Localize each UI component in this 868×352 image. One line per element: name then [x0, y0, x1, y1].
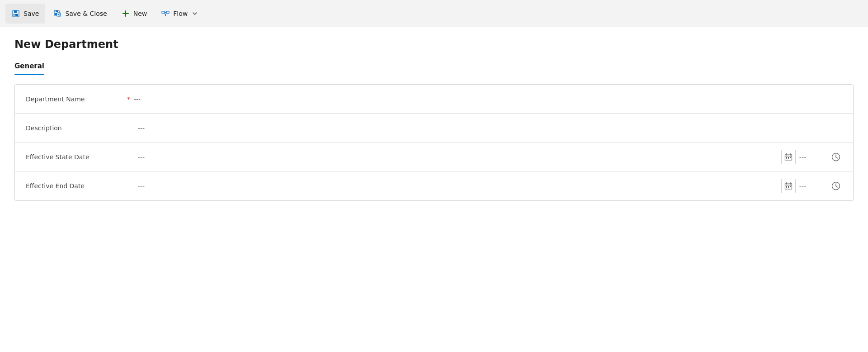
save-close-label: Save & Close [65, 10, 107, 17]
effective-start-date-picker: --- [781, 150, 806, 164]
svg-rect-21 [786, 157, 787, 158]
svg-rect-33 [786, 186, 787, 187]
form-section: Department Name * --- Description --- Ef… [14, 84, 854, 201]
svg-rect-34 [788, 186, 789, 187]
effective-end-date-group: --- [138, 179, 842, 193]
svg-rect-36 [786, 187, 787, 188]
svg-rect-12 [162, 11, 165, 14]
field-row-effective-start-date: Effective State Date --- [15, 143, 853, 171]
effective-end-date-picker: --- [781, 179, 806, 193]
svg-rect-24 [786, 158, 787, 159]
department-name-value[interactable]: --- [134, 95, 842, 103]
save-label: Save [24, 10, 39, 17]
flow-label: Flow [173, 10, 188, 17]
svg-rect-1 [14, 10, 17, 13]
effective-end-calendar-icon[interactable] [781, 179, 796, 193]
save-button[interactable]: Save [5, 4, 45, 24]
tab-container: General [14, 62, 854, 75]
effective-start-date-group: --- [138, 150, 842, 164]
effective-start-calendar-icon[interactable] [781, 150, 796, 164]
svg-line-28 [836, 157, 838, 158]
tab-general[interactable]: General [14, 62, 44, 75]
effective-start-time-value[interactable]: --- [799, 153, 806, 161]
flow-button[interactable]: Flow [155, 4, 204, 24]
effective-end-date-value[interactable]: --- [138, 182, 145, 190]
svg-rect-25 [788, 158, 789, 159]
main-content: New Department General Department Name *… [0, 27, 868, 212]
svg-rect-37 [788, 187, 789, 188]
plus-icon [122, 10, 130, 18]
svg-rect-13 [166, 11, 169, 14]
svg-rect-2 [14, 14, 18, 16]
new-button[interactable]: New [115, 4, 154, 24]
description-label: Description [26, 124, 125, 132]
effective-start-date-value[interactable]: --- [138, 153, 145, 161]
effective-end-time-value[interactable]: --- [799, 182, 806, 190]
svg-marker-16 [165, 14, 166, 16]
flow-chevron-icon [192, 11, 198, 16]
save-close-button[interactable]: Save & Close [47, 4, 113, 24]
field-row-description: Description --- [15, 114, 853, 143]
svg-line-40 [836, 186, 838, 187]
svg-rect-5 [56, 10, 58, 12]
svg-rect-3 [14, 14, 15, 16]
field-row-department-name: Department Name * --- [15, 85, 853, 114]
svg-rect-23 [790, 157, 791, 158]
effective-start-date-label: Effective State Date [26, 153, 125, 161]
department-name-required: * [127, 95, 130, 103]
department-name-label: Department Name [26, 95, 125, 103]
effective-end-date-label: Effective End Date [26, 182, 125, 190]
effective-start-time-icon[interactable] [830, 151, 842, 163]
new-label: New [133, 10, 147, 17]
save-icon [12, 10, 20, 18]
save-close-icon [53, 10, 61, 18]
field-row-effective-end-date: Effective End Date --- [15, 171, 853, 200]
svg-rect-35 [790, 186, 791, 187]
page-title: New Department [14, 38, 854, 51]
flow-icon [161, 10, 170, 18]
svg-rect-22 [788, 157, 789, 158]
description-value[interactable]: --- [138, 124, 842, 132]
toolbar: Save Save & Close New [0, 0, 868, 27]
effective-end-time-icon[interactable] [830, 180, 842, 192]
